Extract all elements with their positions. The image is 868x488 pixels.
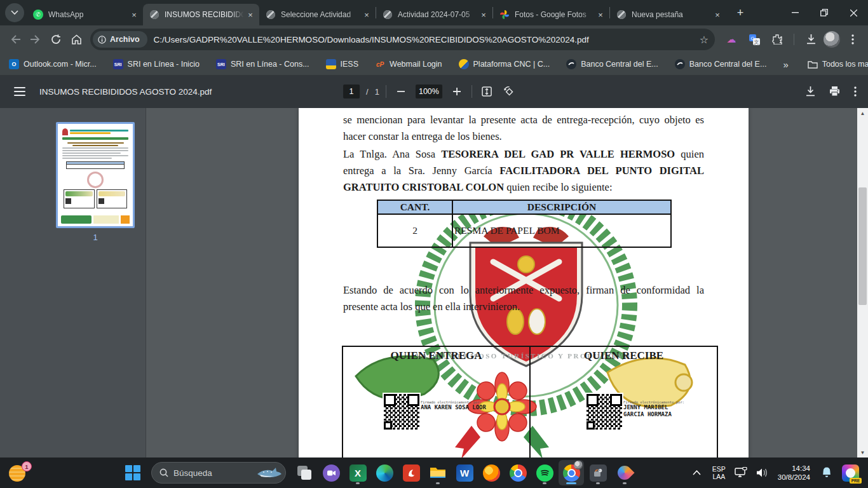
page-number-input[interactable]: 1: [343, 85, 360, 98]
notifications-bell-icon[interactable]: [820, 466, 833, 479]
tab-label: WhatsApp: [48, 10, 129, 19]
bookmark-iess[interactable]: IESS: [326, 59, 359, 69]
bookmark-label: SRI en Línea - Inicio: [128, 60, 200, 69]
copilot-button[interactable]: PRE: [842, 464, 859, 482]
tab-seleccione-actividad[interactable]: Seleccione Actividad ×: [259, 4, 376, 25]
profile-avatar[interactable]: [824, 31, 840, 48]
bookmark-label: Outlook.com - Micr...: [24, 60, 97, 69]
file-scheme-chip[interactable]: Archivo: [93, 31, 147, 48]
vertical-scrollbar[interactable]: ▲ ▼: [857, 108, 868, 458]
close-icon[interactable]: ×: [712, 10, 722, 20]
translate-icon[interactable]: G文: [744, 29, 764, 50]
home-button[interactable]: [66, 29, 86, 50]
tab-actividad-fecha[interactable]: Actividad 2024-07-05 ×: [376, 4, 492, 25]
quien-entrega-header: QUIEN ENTREGA: [343, 349, 529, 362]
pdf-menu-button[interactable]: [14, 87, 25, 96]
taskbar-app-edge[interactable]: [372, 460, 397, 485]
tab-nueva-pestana[interactable]: Nueva pestaña ×: [610, 4, 726, 25]
page-thumbnail[interactable]: [56, 122, 135, 228]
thumbnail-panel: 1: [0, 108, 146, 458]
bookmark-webmail[interactable]: cP Webmail Login: [375, 59, 442, 69]
scroll-up-arrow[interactable]: ▲: [857, 108, 868, 118]
zoom-level-input[interactable]: 100%: [416, 85, 442, 98]
globe-icon: [383, 10, 393, 20]
tab-insumos-pdf[interactable]: INSUMOS RECIBIDIDOS AGOSTO 2024.pdf ×: [143, 4, 259, 25]
address-bar[interactable]: Archivo C:/Users/GADPR%20VALLE%20HERMOSO…: [90, 29, 715, 50]
pdf-toolbar-divider: [386, 85, 386, 98]
task-view-button[interactable]: [292, 460, 317, 485]
restore-button[interactable]: [810, 0, 839, 25]
taskbar-app-java[interactable]: [585, 460, 611, 485]
pdf-viewer-area: 1: [0, 108, 868, 458]
pdf-toolbar-divider: [471, 85, 472, 98]
fit-page-icon: [482, 86, 492, 97]
tab-whatsapp[interactable]: ✆ WhatsApp ×: [27, 4, 143, 25]
taskbar-app-paint-drop[interactable]: [612, 460, 637, 485]
rotate-icon: [504, 86, 515, 97]
taskbar-app-word[interactable]: W: [452, 460, 477, 485]
start-button[interactable]: [120, 460, 146, 485]
bookmark-outlook[interactable]: O Outlook.com - Micr...: [9, 59, 97, 69]
bookmark-star-icon[interactable]: ☆: [700, 34, 709, 46]
scrollbar-thumb[interactable]: [858, 187, 867, 305]
search-icon: [159, 468, 168, 477]
new-tab-button[interactable]: +: [731, 4, 749, 22]
pdf-download-button[interactable]: [806, 86, 815, 97]
hidden-icons-chevron[interactable]: [693, 470, 701, 475]
extension-cloud-icon[interactable]: ☁: [721, 29, 742, 50]
thumb-crest: [62, 128, 68, 135]
folder-icon: [808, 60, 818, 69]
url-text[interactable]: C:/Users/GADPR%20VALLE%20HERMOSO/Downloa…: [154, 35, 700, 44]
reload-button[interactable]: [46, 29, 66, 50]
tab-search-button[interactable]: [5, 3, 24, 22]
volume-icon[interactable]: [756, 468, 769, 478]
bookmarks-overflow-button[interactable]: »: [783, 59, 788, 70]
pdf-more-button[interactable]: [854, 86, 857, 97]
tab-google-fotos[interactable]: Fotos - Google Fotos ×: [493, 4, 609, 25]
bookmark-bce-2[interactable]: Banco Central del E...: [675, 59, 767, 69]
taskbar-app-pdf-reader[interactable]: [398, 460, 424, 485]
taskbar-app-chrome[interactable]: [505, 460, 531, 485]
clock[interactable]: 14:34 30/8/2024: [778, 464, 810, 482]
taskbar-app-firefox[interactable]: [478, 460, 504, 485]
time-text: 14:34: [778, 464, 810, 473]
close-icon[interactable]: ×: [595, 10, 606, 20]
taskbar-app-videochat[interactable]: [318, 460, 344, 485]
zoom-in-button[interactable]: [449, 83, 465, 100]
excel-icon: X: [349, 464, 367, 482]
close-icon[interactable]: ×: [362, 10, 372, 20]
pdf-print-button[interactable]: [829, 86, 840, 97]
close-icon[interactable]: ×: [478, 10, 489, 20]
close-window-button[interactable]: [839, 0, 868, 25]
zoom-out-button[interactable]: [393, 83, 409, 100]
widgets-button[interactable]: 1: [9, 463, 31, 483]
forward-button[interactable]: [25, 29, 46, 50]
close-icon[interactable]: ×: [245, 10, 255, 20]
downloads-button[interactable]: [801, 29, 821, 50]
minimize-button[interactable]: [780, 0, 810, 25]
forward-icon: [31, 35, 41, 44]
network-icon[interactable]: [735, 467, 749, 478]
cpanel-icon: cP: [375, 59, 385, 69]
language-indicator[interactable]: ESP LAA: [712, 465, 726, 480]
extensions-puzzle-icon[interactable]: [767, 29, 787, 50]
browser-menu-button[interactable]: [843, 29, 863, 50]
sri-icon: SRI: [216, 59, 226, 69]
back-button[interactable]: [5, 29, 25, 50]
bookmark-sri-inicio[interactable]: SRI SRI en Línea - Inicio: [113, 59, 200, 69]
taskbar-app-excel[interactable]: X: [345, 460, 370, 485]
all-bookmarks-button[interactable]: Todos los marcadores: [808, 60, 868, 69]
bookmark-sri-consultas[interactable]: SRI SRI en Línea - Cons...: [216, 59, 309, 69]
rotate-button[interactable]: [501, 83, 518, 100]
taskbar-app-explorer[interactable]: [425, 460, 451, 485]
pdf-toolbar: INSUMOS RECIBIDIDOS AGOSTO 2024.pdf 1 / …: [0, 75, 868, 108]
taskbar-app-spotify[interactable]: [532, 460, 557, 485]
bookmark-bce-1[interactable]: Banco Central del E...: [566, 59, 658, 69]
home-icon: [71, 34, 82, 44]
scroll-down-arrow[interactable]: ▼: [857, 447, 868, 458]
fit-page-button[interactable]: [478, 83, 495, 100]
taskbar-app-chrome-active[interactable]: [559, 460, 584, 485]
bookmark-cnc[interactable]: Plataforma CNC | C...: [459, 59, 550, 69]
taskbar-search[interactable]: Búsqueda: [151, 462, 286, 484]
close-icon[interactable]: ×: [129, 10, 139, 20]
